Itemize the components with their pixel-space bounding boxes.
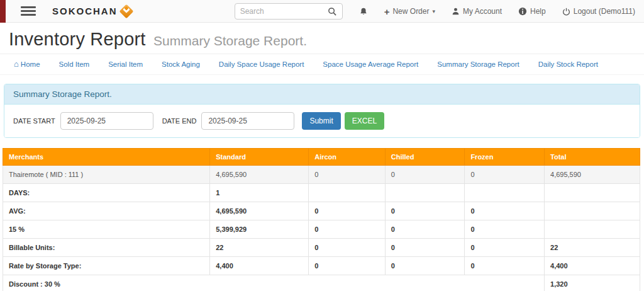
table-cell: DAYS: bbox=[3, 184, 210, 202]
table-cell: 0 bbox=[309, 220, 386, 239]
nav-link-home[interactable]: ⌂Home bbox=[14, 60, 40, 68]
nav-link-label: Sold Item bbox=[59, 60, 90, 68]
table-cell: 0 bbox=[465, 202, 545, 220]
nav-link-label: Summary Storage Report bbox=[437, 60, 519, 68]
column-header-chilled: Chilled bbox=[385, 149, 465, 166]
date-start-input[interactable] bbox=[60, 112, 153, 130]
table-cell: 0 bbox=[385, 166, 465, 184]
table-cell: 0 bbox=[309, 239, 386, 257]
help-label: Help bbox=[530, 7, 546, 16]
table-cell: 4,695,590 bbox=[545, 166, 640, 184]
page-heading: Inventory Report Summary Storage Report. bbox=[0, 23, 644, 54]
nav-link-summary-storage-report[interactable]: Summary Storage Report bbox=[437, 60, 519, 68]
table-cell: Discount : 30 % bbox=[3, 275, 545, 291]
report-table-wrap: MerchantsStandardAirconChilledFrozenTota… bbox=[3, 148, 640, 291]
menu-toggle-icon[interactable] bbox=[18, 4, 38, 18]
nav-link-label: Space Usage Average Report bbox=[323, 60, 418, 68]
panel-header: Summary Storage Report. bbox=[4, 84, 640, 105]
table-header-row: MerchantsStandardAirconChilledFrozenTota… bbox=[3, 149, 640, 166]
table-cell bbox=[545, 184, 640, 202]
table-cell: AVG: bbox=[3, 202, 210, 220]
info-icon bbox=[518, 7, 527, 16]
search-input[interactable] bbox=[240, 7, 328, 16]
nav-link-label: Daily Stock Report bbox=[538, 60, 598, 68]
report-nav: ⌂HomeSold ItemSerial ItemStock AgingDail… bbox=[0, 54, 644, 75]
table-row: Discount : 30 %1,320 bbox=[3, 275, 640, 291]
new-order-label: New Order bbox=[392, 7, 429, 16]
page-title: Inventory Report bbox=[9, 29, 146, 49]
column-header-aircon: Aircon bbox=[309, 149, 386, 166]
table-cell bbox=[465, 184, 545, 202]
column-header-merchants: Merchants bbox=[3, 149, 210, 166]
notifications-button[interactable] bbox=[359, 7, 368, 16]
logout-label: Logout (Demo111) bbox=[574, 7, 635, 16]
table-cell: 5,399,929 bbox=[210, 220, 309, 239]
report-table: MerchantsStandardAirconChilledFrozenTota… bbox=[3, 148, 640, 291]
new-order-button[interactable]: + New Order ▾ bbox=[384, 7, 435, 16]
my-account-label: My Account bbox=[463, 7, 502, 16]
my-account-button[interactable]: My Account bbox=[452, 7, 502, 16]
app-logo[interactable]: SOKOCHAN bbox=[52, 6, 131, 16]
table-row: Billable Units:2200022 bbox=[3, 239, 640, 257]
nav-link-stock-aging[interactable]: Stock Aging bbox=[162, 60, 200, 68]
submit-button[interactable]: Submit bbox=[302, 112, 340, 130]
table-cell: 0 bbox=[385, 239, 465, 257]
nav-link-space-usage-average-report[interactable]: Space Usage Average Report bbox=[323, 60, 418, 68]
search-icon[interactable] bbox=[328, 7, 337, 16]
table-cell: 22 bbox=[210, 239, 309, 257]
table-cell: 4,695,590 bbox=[210, 202, 309, 220]
table-row: AVG:4,695,590000 bbox=[3, 202, 640, 220]
search-box bbox=[235, 3, 343, 20]
nav-link-serial-item[interactable]: Serial Item bbox=[108, 60, 143, 68]
date-end-input[interactable] bbox=[201, 112, 294, 130]
table-cell: 0 bbox=[309, 257, 386, 275]
nav-link-label: Stock Aging bbox=[162, 60, 200, 68]
nav-link-label: Home bbox=[21, 60, 40, 68]
bell-icon bbox=[359, 7, 368, 16]
table-cell: 0 bbox=[465, 239, 545, 257]
logo-text: SOKOCHAN bbox=[52, 6, 118, 16]
table-cell bbox=[385, 184, 465, 202]
person-icon bbox=[452, 7, 460, 16]
panel-body: DATE START DATE END Submit EXCEL bbox=[4, 105, 640, 137]
table-row: 15 %5,399,929000 bbox=[3, 220, 640, 239]
nav-link-label: Serial Item bbox=[108, 60, 143, 68]
table-cell: Billable Units: bbox=[3, 239, 210, 257]
summary-report-panel: Summary Storage Report. DATE START DATE … bbox=[4, 84, 640, 138]
table-cell: 22 bbox=[545, 239, 640, 257]
column-header-total: Total bbox=[545, 149, 640, 166]
table-cell bbox=[309, 184, 386, 202]
table-cell: 15 % bbox=[3, 220, 210, 239]
page-subtitle: Summary Storage Report. bbox=[153, 33, 307, 48]
column-header-frozen: Frozen bbox=[465, 149, 545, 166]
power-icon bbox=[562, 8, 570, 16]
table-cell: 0 bbox=[465, 220, 545, 239]
table-cell: 4,695,590 bbox=[210, 166, 309, 184]
table-cell: 0 bbox=[309, 202, 386, 220]
table-cell: 0 bbox=[385, 202, 465, 220]
date-end-label: DATE END bbox=[162, 117, 197, 125]
table-cell: 0 bbox=[385, 257, 465, 275]
home-icon: ⌂ bbox=[14, 60, 19, 68]
table-cell: 1,320 bbox=[545, 275, 640, 291]
table-row: Thairemote ( MID : 111 )4,695,5900004,69… bbox=[3, 166, 640, 184]
table-cell: Rate by Storage Type: bbox=[3, 257, 210, 275]
table-cell: 0 bbox=[465, 166, 545, 184]
help-button[interactable]: Help bbox=[518, 7, 546, 16]
logout-button[interactable]: Logout (Demo111) bbox=[562, 7, 635, 16]
table-cell bbox=[545, 220, 640, 239]
chevron-down-icon: ▾ bbox=[432, 8, 435, 14]
table-cell: 4,400 bbox=[545, 257, 640, 275]
excel-button[interactable]: EXCEL bbox=[345, 112, 384, 130]
top-navbar: SOKOCHAN + New Order ▾ My A bbox=[0, 0, 644, 23]
nav-link-daily-stock-report[interactable]: Daily Stock Report bbox=[538, 60, 598, 68]
table-cell: 1 bbox=[210, 184, 309, 202]
nav-link-sold-item[interactable]: Sold Item bbox=[59, 60, 90, 68]
nav-link-label: Daily Space Usage Report bbox=[219, 60, 304, 68]
table-cell bbox=[545, 202, 640, 220]
table-cell: 0 bbox=[309, 166, 386, 184]
table-row: DAYS:1 bbox=[3, 184, 640, 202]
table-cell: 4,400 bbox=[210, 257, 309, 275]
table-row: Rate by Storage Type:4,4000004,400 bbox=[3, 257, 640, 275]
nav-link-daily-space-usage-report[interactable]: Daily Space Usage Report bbox=[219, 60, 304, 68]
